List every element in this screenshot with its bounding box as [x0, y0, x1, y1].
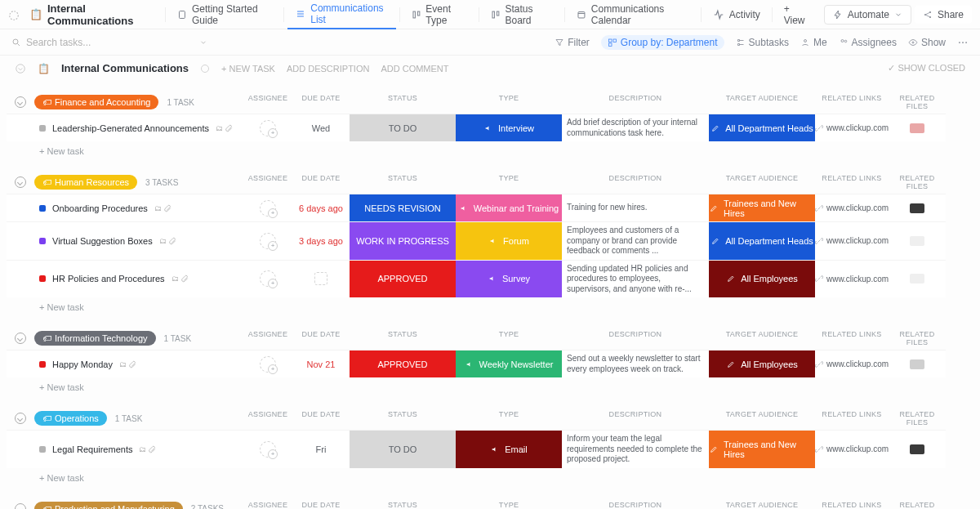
assignee-cell[interactable] [243, 221, 292, 260]
due-date-cell[interactable]: Fri [292, 430, 350, 468]
info-icon[interactable] [200, 64, 210, 74]
assignees-button[interactable]: Assignees [839, 37, 897, 48]
task-name-cell[interactable]: HR Policies and Procedures 🗂 [7, 260, 243, 298]
task-name-cell[interactable]: Leadership-Generated Announcements 🗂 [7, 114, 243, 141]
column-header[interactable]: STATUS [350, 498, 456, 510]
column-header[interactable]: DESCRIPTION [562, 171, 709, 194]
assignee-cell[interactable] [243, 260, 292, 298]
column-header[interactable]: TYPE [456, 327, 562, 350]
column-header[interactable]: ASSIGNEE [243, 171, 292, 194]
description-cell[interactable]: Employees and customers of a company or … [562, 221, 709, 260]
audience-cell[interactable]: All Employees [709, 350, 815, 377]
audience-cell[interactable]: Trainees and New Hires [709, 194, 815, 221]
column-header[interactable]: RELATED LINKS [815, 91, 889, 114]
related-file-cell[interactable] [889, 260, 946, 298]
column-header[interactable]: DUE DATE [292, 407, 350, 430]
status-cell[interactable]: APPROVED [350, 260, 456, 298]
tab-getting-started[interactable]: Getting Started Guide [169, 0, 280, 29]
type-cell[interactable]: Interview [456, 114, 562, 141]
related-file-cell[interactable] [889, 194, 946, 221]
column-header[interactable]: TARGET AUDIENCE [709, 171, 815, 194]
task-attachments[interactable]: 🗂 [172, 275, 189, 283]
audience-cell[interactable]: All Department Heads [709, 114, 815, 141]
me-button[interactable]: Me [800, 37, 827, 48]
task-name-cell[interactable]: Virtual Suggestion Boxes 🗂 [7, 221, 243, 260]
task-name-cell[interactable]: Legal Requirements 🗂 [7, 430, 243, 468]
group-pill[interactable]: 🏷 Production and Manufacturing [34, 502, 183, 510]
add-description-button[interactable]: ADD DESCRIPTION [287, 64, 369, 74]
groupby-button[interactable]: Group by: Department [601, 35, 724, 50]
related-link-cell[interactable]: www.clickup.com [815, 260, 889, 298]
assignee-cell[interactable] [243, 350, 292, 377]
group-pill[interactable]: 🏷 Finance and Accounting [34, 95, 158, 109]
column-header[interactable]: RELATED LINKS [815, 498, 889, 510]
related-file-cell[interactable] [889, 430, 946, 468]
due-date-cell[interactable]: 6 days ago [292, 194, 350, 221]
column-header[interactable]: DUE DATE [292, 327, 350, 350]
type-cell[interactable]: Webinar and Training [456, 194, 562, 221]
add-comment-button[interactable]: ADD COMMENT [381, 64, 448, 74]
type-cell[interactable]: Email [456, 430, 562, 468]
group-pill[interactable]: 🏷 Operations [34, 411, 107, 426]
status-cell[interactable]: APPROVED [350, 350, 456, 377]
more-menu[interactable] [957, 37, 969, 48]
collapse-icon[interactable] [15, 63, 26, 74]
group-pill[interactable]: 🏷 Information Technology [34, 331, 156, 346]
assignee-cell[interactable] [243, 114, 292, 141]
due-date-cell[interactable]: Wed [292, 114, 350, 141]
column-header[interactable]: RELATED FILES [889, 171, 946, 194]
column-header[interactable]: RELATED FILES [889, 407, 946, 430]
column-header[interactable]: TYPE [456, 171, 562, 194]
tab-status-board[interactable]: Status Board [483, 0, 561, 29]
column-header[interactable]: DUE DATE [292, 91, 350, 114]
column-header[interactable]: DESCRIPTION [562, 407, 709, 430]
task-attachments[interactable]: 🗂 [216, 124, 233, 132]
column-header[interactable]: RELATED FILES [889, 91, 946, 114]
column-header[interactable]: ASSIGNEE [243, 327, 292, 350]
column-header[interactable]: TARGET AUDIENCE [709, 91, 815, 114]
status-cell[interactable]: NEEDS REVISION [350, 194, 456, 221]
due-date-cell[interactable]: Nov 21 [292, 350, 350, 377]
related-link-cell[interactable]: www.clickup.com [815, 194, 889, 221]
task-attachments[interactable]: 🗂 [159, 237, 176, 245]
search-input[interactable]: Search tasks... [11, 37, 207, 48]
new-task-button[interactable]: + New task [7, 377, 973, 397]
new-task-button[interactable]: + NEW TASK [221, 64, 275, 74]
task-attachments[interactable]: 🗂 [119, 360, 136, 368]
column-header[interactable]: ASSIGNEE [243, 91, 292, 114]
column-header[interactable]: RELATED LINKS [815, 171, 889, 194]
description-cell[interactable]: Sending updated HR policies and procedur… [562, 260, 709, 298]
tab-event-type[interactable]: Event Type [403, 0, 475, 29]
filter-button[interactable]: Filter [555, 37, 590, 48]
related-file-cell[interactable] [889, 350, 946, 377]
column-header[interactable]: ASSIGNEE [243, 498, 292, 510]
new-task-button[interactable]: + New task [7, 297, 973, 317]
column-header[interactable]: STATUS [350, 91, 456, 114]
share-button[interactable]: Share [915, 6, 972, 24]
audience-cell[interactable]: All Department Heads [709, 221, 815, 260]
column-header[interactable]: TARGET AUDIENCE [709, 498, 815, 510]
due-date-cell[interactable] [292, 260, 350, 298]
type-cell[interactable]: Survey [456, 260, 562, 298]
column-header[interactable]: RELATED FILES [889, 498, 946, 510]
subtasks-button[interactable]: Subtasks [736, 37, 789, 48]
task-attachments[interactable]: 🗂 [139, 445, 156, 453]
column-header[interactable]: DESCRIPTION [562, 327, 709, 350]
column-header[interactable]: ASSIGNEE [243, 407, 292, 430]
related-link-cell[interactable]: www.clickup.com [815, 221, 889, 260]
type-cell[interactable]: Forum [456, 221, 562, 260]
audience-cell[interactable]: All Employees [709, 260, 815, 298]
type-cell[interactable]: Weekly Newsletter [456, 350, 562, 377]
task-name-cell[interactable]: Onboarding Procedures 🗂 [7, 194, 243, 221]
column-header[interactable]: RELATED LINKS [815, 407, 889, 430]
related-file-cell[interactable] [889, 114, 946, 141]
add-view-button[interactable]: + View [776, 0, 817, 29]
column-header[interactable]: TYPE [456, 91, 562, 114]
column-header[interactable]: TYPE [456, 407, 562, 430]
description-cell[interactable]: Inform your team the legal requirements … [562, 430, 709, 468]
group-pill[interactable]: 🏷 Human Resources [34, 175, 137, 190]
column-header[interactable]: STATUS [350, 171, 456, 194]
task-attachments[interactable]: 🗂 [154, 204, 172, 212]
new-task-button[interactable]: + New task [7, 468, 973, 488]
tab-activity[interactable]: Activity [705, 0, 768, 29]
